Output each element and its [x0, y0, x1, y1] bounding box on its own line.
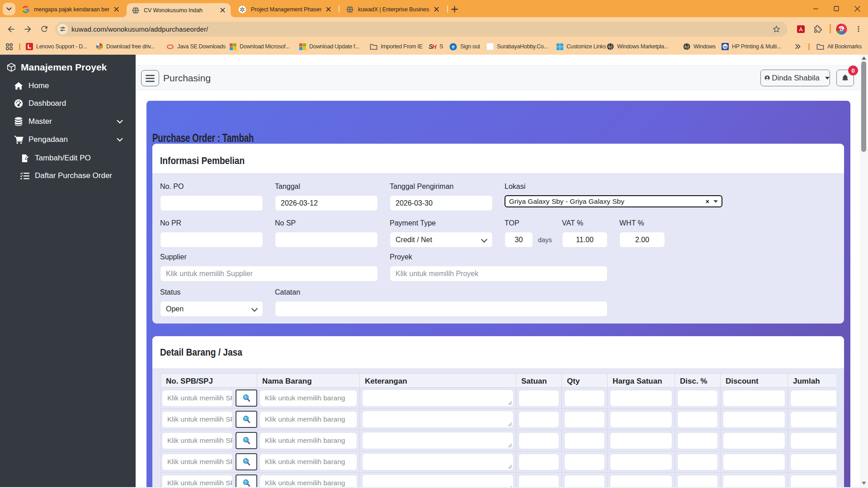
svg-text:hp: hp — [723, 45, 727, 49]
svg-text:e: e — [452, 44, 454, 49]
